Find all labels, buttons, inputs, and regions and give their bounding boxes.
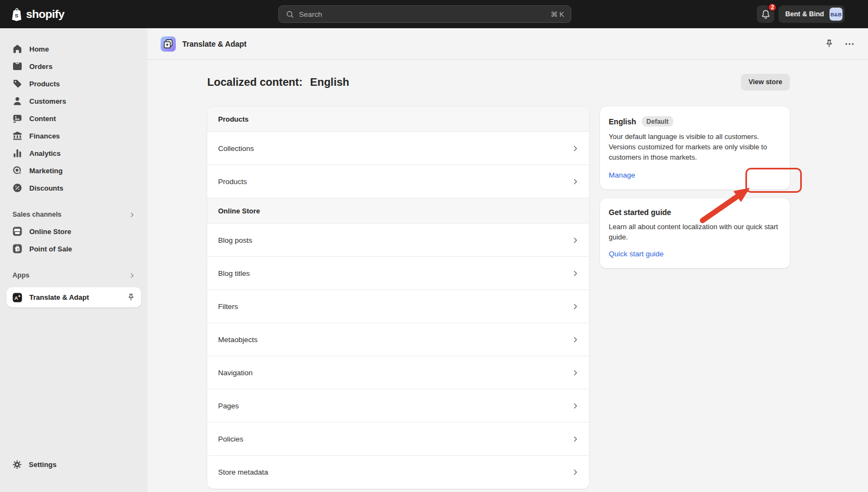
manage-link[interactable]: Manage bbox=[609, 171, 635, 179]
list-row-collections[interactable]: Collections bbox=[207, 132, 589, 165]
point-of-sale-icon: S bbox=[12, 243, 23, 254]
shopify-logo[interactable]: S shopify bbox=[11, 0, 64, 28]
home-icon bbox=[12, 43, 23, 54]
list-row-blog-posts[interactable]: Blog posts bbox=[207, 224, 589, 257]
list-row-policies[interactable]: Policies bbox=[207, 422, 589, 456]
default-badge: Default bbox=[642, 116, 674, 127]
list-row-metaobjects[interactable]: Metaobjects bbox=[207, 323, 589, 356]
translate-adapt-app-icon bbox=[161, 36, 176, 52]
list-row-navigation[interactable]: Navigation bbox=[207, 356, 589, 389]
list-row-filters[interactable]: Filters bbox=[207, 290, 589, 323]
page-title-prefix: Localized content: bbox=[207, 76, 303, 89]
chevron-right-icon bbox=[571, 402, 579, 410]
list-row-store-metadata[interactable]: Store metadata bbox=[207, 456, 589, 489]
shopify-wordmark: shopify bbox=[26, 8, 64, 21]
list-row-products[interactable]: Products bbox=[207, 165, 589, 198]
chevron-right-icon bbox=[571, 369, 579, 377]
shopify-bag-icon: S bbox=[11, 8, 22, 21]
analytics-icon bbox=[12, 148, 23, 159]
list-section-header-products: Products bbox=[207, 106, 589, 132]
get-started-title: Get started guide bbox=[609, 208, 781, 217]
chevron-right-icon bbox=[571, 336, 579, 344]
sidebar: HomeOrdersProductsCustomersContentFinanc… bbox=[0, 28, 148, 492]
discounts-icon bbox=[12, 182, 23, 193]
app-header: Translate & Adapt bbox=[148, 28, 868, 60]
products-icon bbox=[12, 78, 23, 89]
pin-app-button[interactable] bbox=[824, 39, 834, 49]
get-started-card: Get started guide Learn all about conten… bbox=[600, 198, 790, 268]
sidebar-item-marketing[interactable]: Marketing bbox=[7, 162, 141, 179]
notifications-button[interactable]: 2 bbox=[757, 5, 774, 23]
list-row-blog-titles[interactable]: Blog titles bbox=[207, 257, 589, 290]
chevron-right-icon bbox=[129, 272, 136, 279]
quick-start-guide-link[interactable]: Quick start guide bbox=[609, 250, 663, 258]
language-card-description: Your default language is visible to all … bbox=[609, 131, 781, 162]
chevron-right-icon bbox=[571, 144, 579, 153]
gear-icon bbox=[12, 459, 22, 470]
page-title: Localized content: English bbox=[207, 76, 349, 89]
sidebar-item-finances[interactable]: Finances bbox=[7, 127, 141, 144]
store-avatar: B&B bbox=[829, 8, 843, 21]
chevron-right-icon bbox=[571, 178, 579, 186]
svg-text:S: S bbox=[17, 248, 19, 251]
sidebar-section-sales-channels[interactable]: Sales channels bbox=[7, 206, 141, 223]
chevron-right-icon bbox=[571, 435, 579, 443]
sidebar-item-translate-and-adapt[interactable]: A Translate & Adapt bbox=[7, 287, 141, 307]
sidebar-item-discounts[interactable]: Discounts bbox=[7, 179, 141, 197]
search-input[interactable] bbox=[299, 10, 546, 18]
list-section-header-online-store: Online Store bbox=[207, 198, 589, 224]
svg-text:S: S bbox=[15, 12, 18, 18]
more-options-button[interactable] bbox=[844, 39, 855, 49]
sidebar-section-apps[interactable]: Apps bbox=[7, 267, 141, 283]
sidebar-item-products[interactable]: Products bbox=[7, 75, 141, 92]
chevron-right-icon bbox=[129, 211, 136, 218]
sidebar-item-analytics[interactable]: Analytics bbox=[7, 144, 141, 162]
sidebar-item-orders[interactable]: Orders bbox=[7, 58, 141, 75]
sidebar-item-customers[interactable]: Customers bbox=[7, 92, 141, 110]
svg-text:A: A bbox=[15, 295, 18, 301]
main-content: Translate & Adapt Localized content: Eng… bbox=[148, 28, 868, 492]
chevron-right-icon bbox=[571, 236, 579, 244]
language-card-title: English bbox=[609, 117, 636, 126]
customers-icon bbox=[12, 96, 23, 106]
chevron-right-icon bbox=[571, 468, 579, 476]
language-card: English Default Your default language is… bbox=[600, 106, 790, 190]
sidebar-item-settings[interactable]: Settings bbox=[7, 456, 141, 473]
page-title-language: English bbox=[310, 76, 349, 89]
notification-count-badge: 2 bbox=[768, 3, 777, 12]
localized-content-list: ProductsCollectionsProductsOnline StoreB… bbox=[207, 106, 589, 489]
get-started-description: Learn all about content localization wit… bbox=[609, 222, 781, 242]
marketing-icon bbox=[12, 165, 23, 176]
pin-icon[interactable] bbox=[126, 293, 136, 302]
sidebar-item-content[interactable]: Content bbox=[7, 110, 141, 127]
online-store-icon bbox=[12, 226, 23, 237]
sidebar-item-online-store[interactable]: Online Store bbox=[7, 223, 141, 240]
app-title: Translate & Adapt bbox=[182, 40, 247, 48]
store-menu[interactable]: Bent & Bind B&B bbox=[778, 5, 845, 23]
store-name: Bent & Bind bbox=[785, 10, 824, 18]
search-shortcut: ⌘ K bbox=[551, 10, 564, 18]
global-search[interactable]: ⌘ K bbox=[278, 5, 571, 23]
orders-icon bbox=[12, 61, 23, 72]
topbar: S shopify ⌘ K 2 Bent & Bind B&B bbox=[0, 0, 868, 28]
sidebar-item-point-of-sale[interactable]: SPoint of Sale bbox=[7, 240, 141, 257]
chevron-right-icon bbox=[571, 269, 579, 277]
chevron-right-icon bbox=[571, 302, 579, 311]
sidebar-item-home[interactable]: Home bbox=[7, 40, 141, 58]
list-row-pages[interactable]: Pages bbox=[207, 389, 589, 422]
view-store-button[interactable]: View store bbox=[741, 74, 790, 90]
search-icon bbox=[285, 10, 295, 19]
content-icon bbox=[12, 113, 23, 124]
translate-app-icon: A bbox=[12, 292, 23, 303]
finances-icon bbox=[12, 130, 23, 141]
